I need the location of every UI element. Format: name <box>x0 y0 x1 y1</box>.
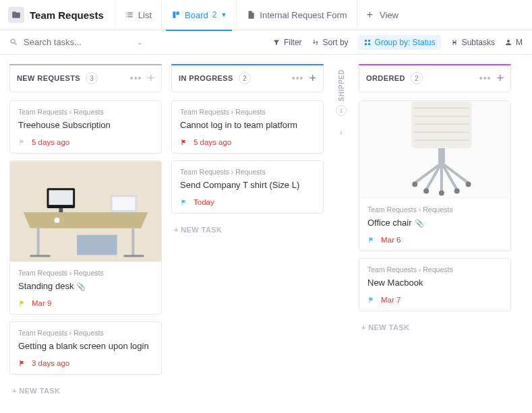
task-card[interactable]: Team Requests › Requests Send Company T … <box>171 160 324 214</box>
column-header-ordered[interactable]: ORDERED 2 ••• + <box>359 64 511 92</box>
column-count: 3 <box>86 72 98 84</box>
card-title: Standing desk📎 <box>18 281 153 292</box>
more-icon[interactable]: ••• <box>292 73 304 84</box>
column-actions: ••• + <box>130 71 154 86</box>
attachment-icon: 📎 <box>76 282 86 290</box>
sortby-button[interactable]: Sort by <box>312 38 349 47</box>
card-date: 5 days ago <box>194 138 231 146</box>
groupby-label: Group by: Status <box>375 38 436 47</box>
header-bar: Team Requests List Board 2 ▼ Internal Re… <box>0 0 532 30</box>
task-card[interactable]: Team Requests › Requests Getting a blank… <box>9 321 162 375</box>
card-image-chair <box>359 101 510 199</box>
flag-icon <box>367 296 376 304</box>
board: NEW REQUESTS 3 ••• + Team Requests › Req… <box>0 55 532 413</box>
column-title: NEW REQUESTS <box>17 74 80 82</box>
column-new-requests: NEW REQUESTS 3 ••• + Team Requests › Req… <box>9 64 162 404</box>
sort-icon <box>312 38 320 46</box>
card-title: Office chair📎 <box>367 218 502 229</box>
flag-icon <box>18 359 26 367</box>
more-icon[interactable]: ••• <box>479 73 492 84</box>
subtasks-icon <box>450 38 459 46</box>
breadcrumb: Team Requests › Requests <box>180 108 315 116</box>
group-icon <box>363 38 372 46</box>
me-label: M <box>516 38 523 47</box>
tab-add-view[interactable]: + View <box>357 0 408 30</box>
task-card[interactable]: Team Requests › Requests New Macbook Mar… <box>359 258 511 311</box>
search-input[interactable] <box>24 37 111 47</box>
card-title: New Macbook <box>367 278 502 289</box>
person-icon <box>504 38 512 46</box>
svg-point-24 <box>439 190 444 195</box>
column-count: 1 <box>336 105 347 116</box>
tab-list[interactable]: List <box>115 0 161 30</box>
add-card-button[interactable]: + <box>309 71 316 86</box>
search-icon <box>9 38 18 46</box>
flag-icon <box>180 138 188 146</box>
column-count: 2 <box>411 72 423 84</box>
column-header-new[interactable]: NEW REQUESTS 3 ••• + <box>9 64 162 92</box>
column-ordered: ORDERED 2 ••• + <box>359 64 511 404</box>
plus-icon: + <box>367 9 373 21</box>
breadcrumb: Team Requests › Requests <box>367 205 502 214</box>
flag-icon <box>180 198 188 206</box>
new-task-button[interactable]: + NEW TASK <box>359 318 511 337</box>
tab-form[interactable]: Internal Request Form <box>236 0 356 30</box>
svg-point-10 <box>54 218 59 223</box>
card-image-desk <box>10 161 161 262</box>
card-date: 3 days ago <box>32 359 69 367</box>
sortby-label: Sort by <box>323 38 349 47</box>
more-icon[interactable]: ••• <box>130 73 142 84</box>
breadcrumb: Team Requests › Requests <box>18 329 153 337</box>
search-wrap: ⌄ <box>9 37 142 47</box>
board-icon <box>171 10 181 20</box>
task-card[interactable]: Team Requests › Requests Treehouse Subsc… <box>9 100 162 154</box>
chevron-right-icon[interactable]: › <box>340 128 343 137</box>
page-title: Team Requests <box>30 9 104 21</box>
subtasks-button[interactable]: Subtasks <box>450 38 495 47</box>
column-title: IN PROGRESS <box>179 74 233 82</box>
folder-icon <box>8 7 24 23</box>
add-card-button[interactable]: + <box>496 71 504 86</box>
card-title: Treehouse Subscription <box>18 120 153 131</box>
column-title: ORDERED <box>366 74 405 82</box>
breadcrumb: Team Requests › Requests <box>18 269 153 277</box>
svg-rect-1 <box>37 228 40 257</box>
new-task-button[interactable]: + NEW TASK <box>171 220 324 239</box>
toolbar: ⌄ Filter Sort by Group by: Status Subtas… <box>0 30 532 55</box>
svg-point-20 <box>412 182 417 187</box>
breadcrumb: Team Requests › Requests <box>180 168 315 176</box>
chevron-down-icon[interactable]: ⌄ <box>137 38 142 46</box>
column-header-progress[interactable]: IN PROGRESS 2 ••• + <box>171 64 324 92</box>
tab-list-label: List <box>138 10 152 20</box>
breadcrumb: Team Requests › Requests <box>367 265 502 274</box>
card-title: Cannot log in to team platform <box>180 120 315 131</box>
groupby-button[interactable]: Group by: Status <box>358 35 441 50</box>
filter-button[interactable]: Filter <box>272 38 302 47</box>
svg-rect-6 <box>49 190 73 205</box>
chevron-down-icon: ▼ <box>220 11 227 18</box>
svg-rect-3 <box>30 255 51 257</box>
card-date: Mar 9 <box>32 299 51 307</box>
tab-board-count: 2 <box>212 10 217 20</box>
column-title-vertical: SHIPPED <box>338 69 345 101</box>
add-card-button[interactable]: + <box>147 71 154 86</box>
me-button[interactable]: M <box>504 38 523 47</box>
new-task-button[interactable]: + NEW TASK <box>9 381 162 400</box>
svg-rect-19 <box>438 148 445 163</box>
tab-board-label: Board <box>185 10 208 20</box>
view-tabs: List Board 2 ▼ Internal Request Form + V… <box>115 0 408 30</box>
column-in-progress: IN PROGRESS 2 ••• + Team Requests › Requ… <box>171 64 324 404</box>
tab-board[interactable]: Board 2 ▼ <box>161 0 236 30</box>
task-card[interactable]: Team Requests › Requests Office chair📎 M… <box>359 100 511 251</box>
cards-list: Team Requests › Requests Treehouse Subsc… <box>9 100 162 400</box>
flag-icon <box>18 138 26 146</box>
tab-form-label: Internal Request Form <box>260 10 347 20</box>
svg-point-23 <box>454 188 460 193</box>
list-icon <box>125 10 134 20</box>
svg-rect-2 <box>131 228 134 257</box>
card-date: Mar 6 <box>381 236 401 244</box>
task-card[interactable]: Team Requests › Requests Standing desk📎 … <box>9 160 162 315</box>
task-card[interactable]: Team Requests › Requests Cannot log in t… <box>171 100 324 154</box>
card-date: Today <box>194 198 214 206</box>
column-shipped-collapsed[interactable]: SHIPPED 1 › <box>333 64 349 404</box>
